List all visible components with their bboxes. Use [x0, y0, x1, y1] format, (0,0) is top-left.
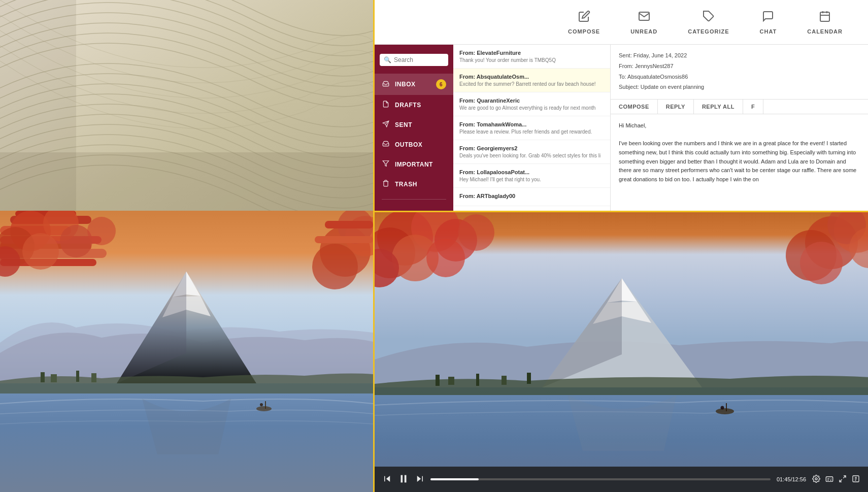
svg-rect-28 [91, 373, 96, 382]
svg-point-64 [721, 406, 724, 410]
sidebar-item-inbox[interactable]: INBOX 6 [375, 74, 453, 95]
rewind-button[interactable] [383, 474, 392, 485]
email-greeting: Hi Michael, [619, 121, 860, 130]
categorize-label: CATEGORIZE [688, 28, 729, 35]
sidebar: 🔍 INBOX 6 [375, 45, 453, 211]
sidebar-item-drafts[interactable]: DRAFTS [375, 95, 453, 115]
categorize-icon [703, 10, 715, 25]
mountain-scene-image [0, 211, 373, 492]
video-progress-bar[interactable] [430, 478, 771, 480]
svg-rect-60 [502, 376, 507, 385]
trash-icon [382, 180, 390, 188]
chat-label: CHAT [760, 28, 777, 35]
volume-icon[interactable] [852, 475, 860, 484]
email-item-5[interactable]: From: Georgiemyers2 Deals you've been lo… [453, 140, 610, 164]
svg-point-31 [260, 403, 263, 406]
svg-point-20 [312, 244, 358, 289]
email-from-4: From: TomahawkWoma... [459, 121, 604, 127]
fullscreen-icon[interactable] [839, 475, 847, 484]
email-sent-date: Sent: Friday, June 14, 2022 [619, 51, 860, 61]
settings-icon[interactable] [812, 475, 820, 484]
svg-rect-61 [527, 373, 531, 384]
email-section: COMPOSE UNREAD [375, 0, 868, 211]
compose-toolbar-item[interactable]: COMPOSE [553, 5, 615, 40]
svg-point-48 [458, 214, 494, 251]
svg-rect-63 [726, 403, 727, 411]
email-detail-pane: Sent: Friday, June 14, 2022 From: Jennys… [611, 45, 868, 211]
svg-marker-69 [417, 476, 421, 482]
left-panel [0, 0, 373, 492]
svg-rect-26 [51, 374, 57, 382]
compose-icon [578, 10, 590, 25]
calendar-icon [819, 10, 831, 25]
svg-rect-67 [401, 475, 403, 482]
inbox-badge: 6 [436, 79, 446, 89]
calendar-label: CALENDAR [807, 28, 843, 35]
svg-rect-33 [820, 12, 829, 21]
fast-forward-button[interactable] [415, 474, 424, 485]
sidebar-item-trash[interactable]: TRASH [375, 174, 453, 194]
email-item-4[interactable]: From: TomahawkWoma... Please leave a rev… [453, 116, 610, 140]
email-from-3: From: QuarantineXeric [459, 97, 604, 104]
important-icon [382, 160, 390, 169]
email-preview-5: Deals you've been looking for. Grab 40% … [459, 153, 604, 158]
toolbar: COMPOSE UNREAD [375, 0, 868, 45]
trash-label: TRASH [395, 181, 417, 188]
sidebar-item-important[interactable]: IMPORTANT [375, 154, 453, 174]
email-preview-3: We are good to go Almost everything is r… [459, 105, 604, 111]
svg-rect-27 [76, 371, 79, 382]
email-compose-btn[interactable]: COMPOSE [611, 100, 658, 114]
email-item-7[interactable]: From: ARTbaglady00 [453, 188, 610, 206]
svg-rect-22 [325, 221, 373, 228]
chat-toolbar-item[interactable]: CHAT [745, 5, 792, 40]
svg-marker-39 [383, 161, 389, 167]
categorize-toolbar-item[interactable]: CATEGORIZE [673, 5, 744, 40]
email-preview-6: Hey Michael! I'll get that right to you. [459, 177, 604, 182]
search-box[interactable]: 🔍 [380, 54, 448, 66]
email-item-1[interactable]: From: ElevateFurniture Thank you! Your o… [453, 45, 610, 69]
svg-rect-2 [0, 0, 76, 211]
sidebar-item-outbox[interactable]: OUTBOX [375, 135, 453, 154]
sidebar-item-sent[interactable]: SENT [375, 115, 453, 135]
email-detail-to: To: AbsquatulateOsmosis86 [619, 72, 860, 82]
total-time: 12:56 [792, 476, 806, 482]
email-from-7: From: ARTbaglady00 [459, 193, 604, 199]
sent-icon [382, 120, 390, 129]
unread-icon [638, 10, 650, 25]
email-detail-from: From: JennysNest287 [619, 61, 860, 72]
email-reply-btn[interactable]: REPLY [658, 100, 694, 114]
email-reply-all-btn[interactable]: REPLY ALL [694, 100, 743, 114]
email-item-3[interactable]: From: QuarantineXeric We are good to go … [453, 92, 610, 116]
zen-garden-image [0, 0, 373, 211]
email-from-5: From: Georgiemyers2 [459, 145, 604, 151]
email-item-2[interactable]: From: AbsquatulateOsm... Excited for the… [453, 69, 610, 92]
email-item-6[interactable]: From: LollapaloosaPotat... Hey Michael! … [453, 164, 610, 188]
svg-marker-65 [386, 476, 390, 482]
video-background [375, 212, 868, 492]
inbox-icon [382, 80, 390, 89]
sidebar-item-groups[interactable]: GROUPS [375, 205, 453, 211]
search-input[interactable] [394, 56, 444, 63]
svg-point-17 [87, 217, 116, 245]
video-ctrl-icons [812, 475, 860, 484]
svg-rect-25 [41, 372, 45, 382]
pause-button[interactable] [398, 473, 409, 486]
email-forward-btn[interactable]: F [743, 100, 763, 114]
subtitles-icon[interactable] [825, 475, 833, 484]
svg-rect-68 [405, 475, 407, 482]
svg-point-29 [256, 406, 272, 411]
email-from-6: From: LollapaloosaPotat... [459, 169, 604, 175]
email-preview-1: Thank you! Your order number is TMBQ5Q [459, 57, 604, 63]
email-client-body: 🔍 INBOX 6 [375, 45, 868, 211]
current-time: 01:45 [777, 476, 791, 482]
svg-rect-58 [448, 377, 454, 385]
calendar-toolbar-item[interactable]: CALENDAR [792, 5, 858, 40]
email-preview-4: Please leave a review. Plus refer friend… [459, 129, 604, 135]
email-actions-bar: COMPOSE REPLY REPLY ALL F [611, 100, 868, 114]
outbox-label: OUTBOX [395, 141, 422, 148]
app-root: COMPOSE UNREAD [0, 0, 868, 492]
unread-toolbar-item[interactable]: UNREAD [615, 5, 673, 40]
email-from-1: From: ElevateFurniture [459, 50, 604, 56]
inbox-label: INBOX [395, 81, 416, 88]
video-time: 01:45/12:56 [777, 476, 806, 482]
